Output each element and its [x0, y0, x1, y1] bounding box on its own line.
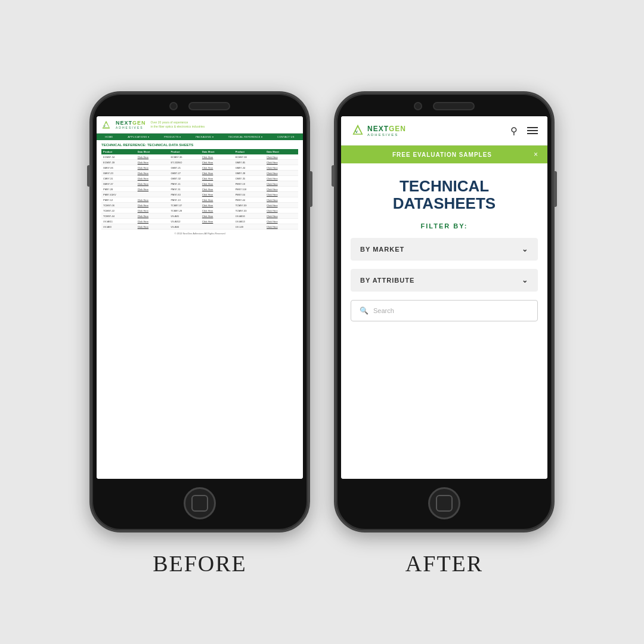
table-cell: PM97-13 [169, 197, 200, 203]
table-cell: PM97-518 [234, 187, 265, 192]
table-cell[interactable]: Click Here [265, 160, 298, 165]
nextgen-logo-icon: V [101, 120, 111, 129]
camera-before [169, 102, 178, 110]
banner-text: FREE EVALUATION SAMPLES [351, 151, 534, 158]
hamburger-menu-icon[interactable] [527, 127, 538, 134]
table-cell[interactable]: Click Here [200, 192, 234, 197]
table-cell[interactable]: Click Here [265, 213, 298, 219]
table-cell[interactable]: Click Here [136, 171, 169, 176]
table-cell: GM97-27 [169, 171, 200, 176]
table-cell[interactable]: Click Here [136, 197, 169, 203]
before-label: BEFORE [153, 550, 247, 577]
table-cell: UV-A816 [234, 213, 265, 219]
table-cell[interactable]: Click Here [200, 165, 234, 171]
camera-after [414, 102, 422, 110]
nav-packaging[interactable]: PACKAGING [196, 135, 213, 138]
after-label: AFTER [405, 550, 483, 577]
nav-home[interactable]: HOME [105, 135, 113, 138]
table-cell: UV-A81 [169, 213, 200, 219]
search-icon-header[interactable]: ⚲ [510, 125, 518, 137]
table-cell: CM97-35 [234, 176, 265, 181]
home-button-after[interactable] [428, 487, 460, 519]
table-cell[interactable]: Click Here [136, 213, 169, 219]
table-cell[interactable]: Click Here [265, 224, 298, 230]
table-cell[interactable]: Click Here [136, 208, 169, 213]
phone-bottom-before [92, 479, 308, 530]
table-cell[interactable]: Click Here [265, 197, 298, 203]
table-cell[interactable]: Click Here [136, 187, 169, 192]
table-cell[interactable]: Click Here [200, 203, 234, 208]
table-cell[interactable]: Click Here [200, 160, 234, 165]
chevron-down-icon-market: ⌄ [522, 245, 528, 253]
comparison-container: V NEXTGEN ADHESIVES Over 20 years of exp… [66, 67, 578, 577]
green-banner[interactable]: FREE EVALUATION SAMPLES × [341, 145, 547, 163]
before-content: TECHNICAL REFERENCE: TECHNICAL DATA SHEE… [97, 140, 303, 240]
table-cell[interactable]: Click Here [200, 197, 234, 203]
col-product1: Product [101, 149, 136, 154]
logo-nextgen-before: NEXTGEN [116, 120, 146, 126]
table-cell: PM97-19 [234, 181, 265, 187]
chevron-down-icon-attribute: ⌄ [522, 276, 528, 284]
table-cell[interactable]: Click Here [200, 154, 234, 160]
by-market-dropdown[interactable]: BY MARKET ⌄ [351, 238, 538, 261]
table-cell: UV-A84 [169, 224, 200, 230]
col-datasheet2: Data Sheet [200, 149, 234, 154]
after-page-title: TECHNICAL DATASHEETS [351, 178, 538, 212]
nav-applications[interactable]: APPLICATIONS [128, 135, 149, 138]
table-cell[interactable]: Click Here [136, 219, 169, 224]
banner-close-button[interactable]: × [534, 150, 538, 159]
table-cell: ECM97-38 [234, 154, 265, 160]
table-cell[interactable]: Click Here [136, 203, 169, 208]
table-cell: PM97-12 [101, 197, 136, 203]
by-market-label: BY MARKET [360, 246, 404, 253]
search-bar[interactable]: 🔍 Search [351, 300, 538, 321]
nav-contact[interactable]: CONTACT US [277, 135, 295, 138]
table-cell: UV-A83 [101, 224, 136, 230]
table-cell[interactable]: Click Here [265, 187, 298, 192]
table-cell[interactable]: Click Here [136, 224, 169, 230]
table-cell: TCM97-22 [101, 208, 136, 213]
filter-by-label: FILTER BY: [351, 222, 538, 230]
svg-text:V: V [104, 125, 106, 128]
table-cell: PM97-31 [169, 187, 200, 192]
table-cell[interactable]: Click Here [265, 165, 298, 171]
table-cell: TCM97-29 [169, 208, 200, 213]
table-cell: TCM97-07 [169, 203, 200, 208]
table-cell[interactable]: Click Here [265, 192, 298, 197]
table-cell[interactable]: Click Here [136, 176, 169, 181]
table-cell[interactable]: Click Here [200, 219, 234, 224]
table-cell: PM97-04 [234, 192, 265, 197]
table-cell[interactable]: Click Here [265, 219, 298, 224]
home-button-before[interactable] [184, 487, 216, 519]
table-cell[interactable]: Click Here [265, 154, 298, 160]
table-cell[interactable]: Click Here [265, 208, 298, 213]
table-cell[interactable]: Click Here [200, 176, 234, 181]
after-logo-adhesives: ADHESIVES [367, 133, 406, 137]
after-header: V NEXTGEN ADHESIVES ⚲ [341, 116, 547, 145]
table-cell[interactable]: Click Here [136, 181, 169, 187]
table-cell[interactable]: Click Here [200, 213, 234, 219]
table-cell[interactable]: Click Here [200, 187, 234, 192]
table-cell[interactable]: Click Here [200, 171, 234, 176]
table-cell[interactable]: Click Here [265, 171, 298, 176]
table-cell[interactable]: Click Here [200, 208, 234, 213]
table-cell[interactable]: Click Here [265, 181, 298, 187]
after-screen-content: V NEXTGEN ADHESIVES ⚲ [341, 116, 547, 479]
table-cell[interactable]: Click Here [200, 181, 234, 187]
table-cell[interactable]: Click Here [265, 176, 298, 181]
after-logo-area: V NEXTGEN ADHESIVES [351, 123, 406, 138]
table-cell: PM97-11 [169, 181, 200, 187]
table-cell: PM97-28 [101, 187, 136, 192]
nav-technical[interactable]: TECHNICAL REFERENCE [228, 135, 263, 138]
search-icon: 🔍 [360, 306, 369, 315]
table-cell[interactable]: Click Here [136, 154, 169, 160]
speaker-before [188, 102, 230, 110]
nav-products[interactable]: PRODUCTS [164, 135, 181, 138]
table-cell: GM97-23 [101, 171, 136, 176]
table-cell: GM97-06 [101, 165, 136, 171]
speaker-after [433, 102, 475, 110]
table-cell[interactable]: Click Here [265, 203, 298, 208]
table-cell[interactable]: Click Here [136, 160, 169, 165]
table-cell[interactable]: Click Here [136, 165, 169, 171]
by-attribute-dropdown[interactable]: BY ATTRIBUTE ⌄ [351, 269, 538, 292]
